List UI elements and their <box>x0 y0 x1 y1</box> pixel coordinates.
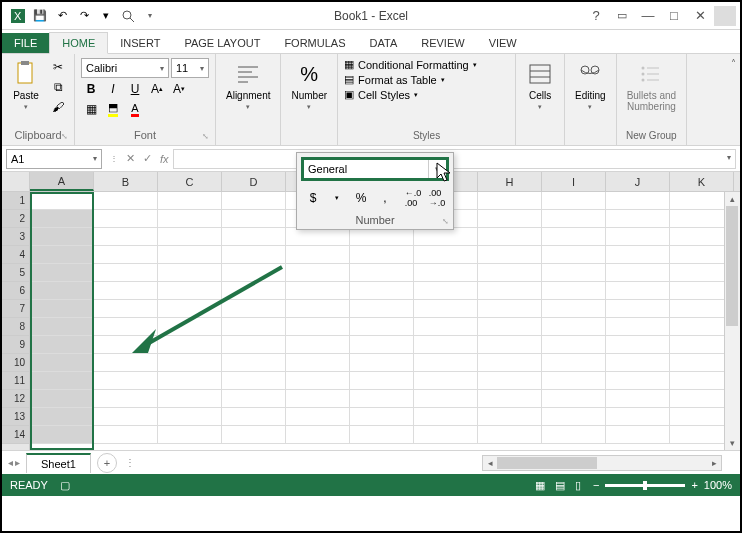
column-header-d[interactable]: D <box>222 172 286 191</box>
tab-page-layout[interactable]: PAGE LAYOUT <box>172 33 272 53</box>
font-name-dropdown[interactable]: Calibri▾ <box>81 58 169 78</box>
minimize-button[interactable]: — <box>636 6 660 26</box>
editing-button[interactable]: Editing ▾ <box>571 58 610 113</box>
column-header-i[interactable]: I <box>542 172 606 191</box>
page-break-view-button[interactable]: ▯ <box>575 479 581 492</box>
cancel-icon[interactable]: ✕ <box>126 152 135 165</box>
tab-formulas[interactable]: FORMULAS <box>272 33 357 53</box>
undo-button[interactable]: ↶ <box>52 6 72 26</box>
italic-button[interactable]: I <box>103 80 123 98</box>
font-launcher[interactable]: ⤡ <box>202 132 209 141</box>
vscroll-thumb[interactable] <box>726 206 738 326</box>
column-header-b[interactable]: B <box>94 172 158 191</box>
zoom-slider[interactable] <box>605 484 685 487</box>
cells-button[interactable]: Cells ▾ <box>522 58 558 113</box>
row-header-14[interactable]: 14 <box>2 426 29 444</box>
row-header-3[interactable]: 3 <box>2 228 29 246</box>
macro-record-icon[interactable]: ▢ <box>60 479 70 492</box>
column-header-c[interactable]: C <box>158 172 222 191</box>
zoom-out-button[interactable]: − <box>593 479 599 491</box>
bullets-numbering-button[interactable]: Bullets and Numbering <box>623 58 680 114</box>
paste-button[interactable]: Paste ▾ <box>8 58 44 113</box>
decrease-font-button[interactable]: A▾ <box>169 80 189 98</box>
save-button[interactable]: 💾 <box>30 6 50 26</box>
format-painter-button[interactable]: 🖌 <box>48 98 68 116</box>
account-icon[interactable] <box>714 6 736 26</box>
number-button[interactable]: % Number ▾ <box>287 58 331 113</box>
tab-file[interactable]: FILE <box>2 33 49 53</box>
zoom-in-button[interactable]: + <box>691 479 697 491</box>
underline-button[interactable]: U <box>125 80 145 98</box>
tab-insert[interactable]: INSERT <box>108 33 172 53</box>
row-header-8[interactable]: 8 <box>2 318 29 336</box>
tab-view[interactable]: VIEW <box>477 33 529 53</box>
number-format-dropdown[interactable]: General ▾ <box>301 157 449 181</box>
excel-icon[interactable]: X <box>8 6 28 26</box>
borders-button[interactable]: ▦ <box>81 100 101 118</box>
row-header-12[interactable]: 12 <box>2 390 29 408</box>
currency-dropdown[interactable]: ▾ <box>327 189 347 207</box>
increase-font-button[interactable]: A▴ <box>147 80 167 98</box>
qat-dropdown[interactable]: ▾ <box>140 6 160 26</box>
print-preview-button[interactable] <box>118 6 138 26</box>
collapse-ribbon-button[interactable]: ˄ <box>731 58 736 69</box>
fill-color-button[interactable]: ⬒ <box>103 100 123 118</box>
scroll-up-arrow[interactable]: ▴ <box>725 192 739 206</box>
row-header-2[interactable]: 2 <box>2 210 29 228</box>
close-button[interactable]: ✕ <box>688 6 712 26</box>
select-all-corner[interactable] <box>2 172 30 191</box>
tab-review[interactable]: REVIEW <box>409 33 476 53</box>
number-launcher[interactable]: ⤡ <box>442 217 449 226</box>
normal-view-button[interactable]: ▦ <box>535 479 545 492</box>
alignment-button[interactable]: Alignment ▾ <box>222 58 274 113</box>
scroll-left-arrow[interactable]: ◂ <box>483 456 497 470</box>
formula-bar[interactable]: ▾ <box>173 149 736 169</box>
help-button[interactable]: ? <box>584 6 608 26</box>
row-header-13[interactable]: 13 <box>2 408 29 426</box>
expand-formula-bar[interactable]: ▾ <box>727 153 731 162</box>
row-header-10[interactable]: 10 <box>2 354 29 372</box>
scroll-down-arrow[interactable]: ▾ <box>725 436 739 450</box>
new-sheet-button[interactable]: + <box>97 453 117 473</box>
insert-function-button[interactable]: fx <box>160 153 169 165</box>
tab-home[interactable]: HOME <box>49 32 108 54</box>
sheet-nav-last[interactable]: ▸ <box>15 457 20 468</box>
redo-button[interactable]: ↷ <box>74 6 94 26</box>
cells-area[interactable]: // rows rendered below via repeated mark… <box>30 192 740 450</box>
font-color-button[interactable]: A <box>125 100 145 118</box>
vertical-scrollbar[interactable]: ▴ ▾ <box>724 192 740 450</box>
column-header-h[interactable]: H <box>478 172 542 191</box>
cut-button[interactable]: ✂ <box>48 58 68 76</box>
row-header-7[interactable]: 7 <box>2 300 29 318</box>
touch-mode-button[interactable]: ▾ <box>96 6 116 26</box>
tab-data[interactable]: DATA <box>358 33 410 53</box>
hscroll-thumb[interactable] <box>497 457 597 469</box>
font-size-dropdown[interactable]: 11▾ <box>171 58 209 78</box>
scroll-right-arrow[interactable]: ▸ <box>707 456 721 470</box>
decrease-decimal-button[interactable]: .00→.0 <box>427 189 447 207</box>
row-header-5[interactable]: 5 <box>2 264 29 282</box>
row-header-9[interactable]: 9 <box>2 336 29 354</box>
tab-split-handle[interactable]: ⋮ <box>125 457 136 468</box>
sheet-nav-first[interactable]: ◂ <box>8 457 13 468</box>
currency-button[interactable]: $ <box>303 189 323 207</box>
percent-button[interactable]: % <box>351 189 371 207</box>
row-header-4[interactable]: 4 <box>2 246 29 264</box>
clipboard-launcher[interactable]: ⤡ <box>61 132 68 141</box>
page-layout-view-button[interactable]: ▤ <box>555 479 565 492</box>
column-header-k[interactable]: K <box>670 172 734 191</box>
bold-button[interactable]: B <box>81 80 101 98</box>
conditional-formatting-button[interactable]: ▦Conditional Formatting▾ <box>344 58 477 71</box>
column-header-a[interactable]: A <box>30 172 94 191</box>
maximize-button[interactable]: □ <box>662 6 686 26</box>
cell-styles-button[interactable]: ▣Cell Styles▾ <box>344 88 418 101</box>
cancel-formula-button[interactable]: ⋮ <box>110 154 118 163</box>
row-header-6[interactable]: 6 <box>2 282 29 300</box>
zoom-level[interactable]: 100% <box>704 479 732 491</box>
column-header-j[interactable]: J <box>606 172 670 191</box>
comma-button[interactable]: , <box>375 189 395 207</box>
sheet-tab-1[interactable]: Sheet1 <box>26 453 91 473</box>
name-box[interactable]: A1▾ <box>6 149 102 169</box>
ribbon-options-button[interactable]: ▭ <box>610 6 634 26</box>
row-header-11[interactable]: 11 <box>2 372 29 390</box>
